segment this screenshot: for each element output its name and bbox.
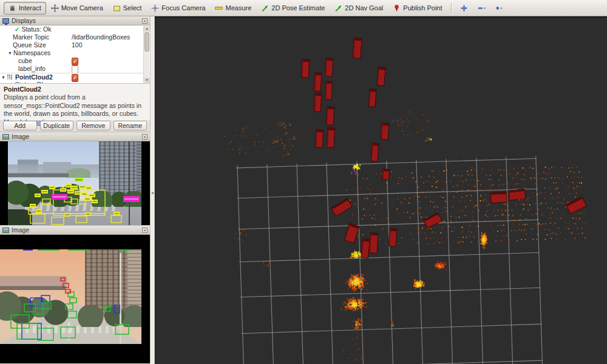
toolbar-button-tool-properties[interactable]	[490, 2, 508, 15]
rename-button[interactable]: Rename	[114, 121, 148, 130]
image-panel-top: Image ▪	[0, 132, 150, 226]
toolbar-button-publish-point[interactable]: Publish Point	[388, 2, 447, 15]
point-cloud-specks	[351, 169, 361, 174]
rviz-window: InteractMove CameraSelectFocus CameraMea…	[0, 0, 607, 364]
tree-row-pointcloud2[interactable]: ▼PointCloud2✓	[0, 73, 150, 81]
scroll-up-icon[interactable]: ▲	[144, 26, 150, 32]
detection-box	[22, 323, 41, 339]
lidar-bounding-box	[388, 229, 397, 247]
toolbar-button-interact[interactable]: Interact	[4, 2, 46, 15]
tree-row-status-ok[interactable]: ✓Status: Ok	[0, 25, 150, 33]
point-cloud-specks	[425, 138, 432, 142]
lidar-bounding-box	[353, 38, 362, 59]
point-cloud-specks	[222, 125, 276, 156]
axis-y-marker	[391, 325, 394, 326]
toolbar-separator	[451, 3, 452, 13]
image-bottom-view	[0, 235, 150, 363]
focus-icon	[151, 4, 159, 12]
toolbar-button-focus-camera[interactable]: Focus Camera	[146, 2, 210, 15]
green-arrow-icon	[261, 4, 269, 12]
displays-scrollbar[interactable]: ▲ ▼	[143, 26, 149, 83]
detection-box	[70, 298, 76, 303]
scrollbar-thumb[interactable]	[144, 32, 149, 52]
tree-row-label: Marker Topic	[13, 33, 49, 41]
scroll-down-icon[interactable]: ▼	[144, 78, 150, 83]
toolbar-button-nav-goal[interactable]: 2D Nav Goal	[330, 2, 388, 15]
displays-panel-header[interactable]: Displays ▪	[0, 16, 150, 25]
duplicate-button[interactable]: Duplicate	[40, 121, 74, 130]
detection-box	[61, 327, 75, 338]
tree-row-label: Queue Size	[13, 41, 46, 49]
toolbar-button-measure[interactable]: Measure	[210, 2, 256, 15]
render-scene[interactable]	[155, 18, 607, 364]
displays-panel: Displays ▪ ✓Status: OkMarker Topic/lidar…	[0, 16, 150, 132]
add-button[interactable]: Add	[3, 121, 37, 130]
toolbar-button-remove-tool[interactable]	[473, 2, 490, 15]
status-ok-icon: ✓	[15, 25, 19, 33]
display-description: PointCloud2Displays a point cloud from a…	[0, 83, 150, 120]
plus-icon	[460, 4, 468, 12]
left-dock: Displays ▪ ✓Status: OkMarker Topic/lidar…	[0, 16, 150, 364]
toolbar-button-select[interactable]: Select	[108, 2, 147, 15]
description-body: Displays a point cloud from a sensor_msg…	[4, 93, 141, 117]
map-pin-icon	[393, 4, 401, 12]
toolbar-button-move-camera[interactable]: Move Camera	[46, 2, 108, 15]
detection-box	[76, 216, 87, 223]
point-cloud-cluster	[345, 274, 368, 292]
remove-button[interactable]: Remove	[76, 121, 110, 130]
detection-box	[52, 217, 64, 224]
tree-row-label: PointCloud2	[15, 73, 53, 81]
tree-row-marker-topic[interactable]: Marker Topic/lidarBoundingBoxes	[0, 33, 150, 41]
ruler-icon	[215, 4, 223, 12]
lidar-bounding-box	[508, 189, 526, 201]
lidar-bounding-box	[325, 58, 333, 77]
tree-row-cube[interactable]: cube✓	[0, 57, 150, 65]
panel-splitter[interactable]: ◂	[150, 16, 155, 364]
camera-image-day	[8, 141, 141, 226]
3d-viewport[interactable]	[155, 16, 607, 364]
detection-box	[11, 315, 29, 328]
image-top-title: Image	[12, 133, 140, 140]
tree-row-label-info[interactable]: label_info	[0, 65, 150, 73]
close-icon[interactable]: ▪	[142, 228, 148, 233]
point-cloud-cluster	[435, 261, 447, 270]
close-icon[interactable]: ▪	[142, 134, 148, 140]
ground-grid	[236, 156, 543, 364]
splitter-collapse-icon[interactable]: ◂	[151, 185, 154, 201]
lidar-bounding-box	[326, 107, 334, 126]
detection-box	[38, 328, 53, 340]
detection-box	[68, 311, 76, 318]
lidar-bounding-box	[331, 198, 352, 217]
toolbar: InteractMove CameraSelectFocus CameraMea…	[0, 0, 607, 16]
lidar-bounding-box	[325, 81, 333, 100]
detection-box	[17, 323, 38, 339]
toolbar-button-add-tool[interactable]	[455, 2, 473, 15]
tree-row-label: label_info	[18, 65, 46, 73]
toolbar-button-label: Focus Camera	[161, 4, 205, 12]
lidar-bounding-box	[314, 73, 322, 92]
edge-mark	[38, 249, 59, 251]
detection-overlay-tinted	[0, 249, 141, 344]
tree-row-queue-size[interactable]: Queue Size100	[0, 41, 150, 49]
toolbar-button-pose-estimate[interactable]: 2D Pose Estimate	[256, 2, 330, 15]
lidar-bounding-box	[361, 239, 370, 258]
toolbar-button-label: Interact	[19, 4, 41, 12]
camera-image-tinted	[0, 249, 141, 344]
image-bottom-header[interactable]: Image ▪	[0, 226, 150, 235]
detection-box	[61, 278, 65, 281]
expand-arrow-icon[interactable]: ▼	[8, 49, 13, 57]
lidar-bounding-box	[315, 130, 324, 148]
point-cloud-specks	[274, 122, 296, 157]
detection-box	[30, 214, 45, 223]
tree-row-namespaces[interactable]: ▼Namespaces	[0, 49, 150, 57]
expand-arrow-icon[interactable]: ▼	[1, 73, 7, 81]
tree-row-value[interactable]: /lidarBoundingBoxes	[72, 33, 130, 41]
close-icon[interactable]: ▪	[142, 18, 148, 24]
tree-row-status-ok[interactable]: ✓Status: Ok	[0, 81, 150, 83]
lidar-bounding-box	[371, 143, 379, 162]
tree-row-value[interactable]: 100	[72, 41, 83, 49]
image-top-header[interactable]: Image ▪	[0, 132, 150, 141]
lidar-bounding-box	[377, 67, 386, 86]
point-cloud-specks	[262, 262, 270, 268]
point-cloud-cluster	[413, 279, 425, 289]
